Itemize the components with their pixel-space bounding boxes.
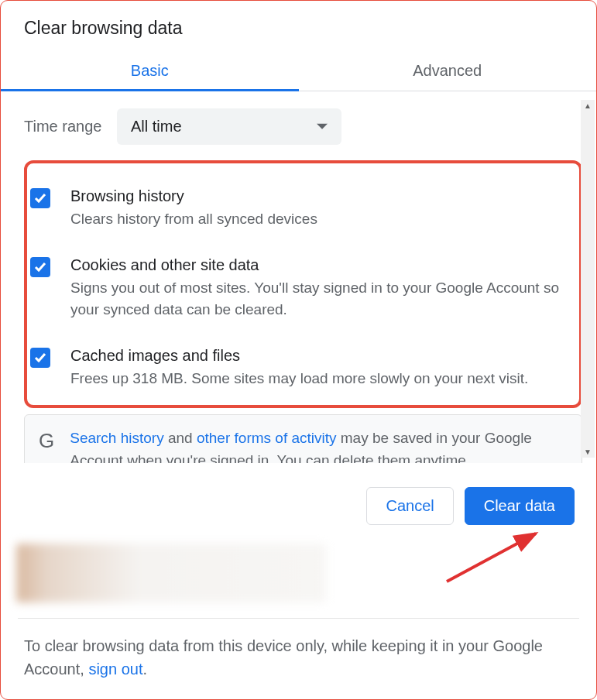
scroll-up-icon[interactable]: ▲ <box>584 100 592 112</box>
time-range-row: Time range All time <box>24 91 582 153</box>
option-title: Cached images and files <box>70 345 528 366</box>
checkbox-cached[interactable] <box>30 348 50 368</box>
scrollbar[interactable]: ▲ ▼ <box>581 100 595 458</box>
scroll-area: Time range All time Browsing history Cle… <box>1 91 596 463</box>
sign-out-link[interactable]: sign out <box>88 661 142 678</box>
footer-note: To clear browsing data from this device … <box>1 619 596 699</box>
checkbox-browsing-history[interactable] <box>30 188 50 208</box>
tab-advanced[interactable]: Advanced <box>299 53 597 91</box>
cancel-button[interactable]: Cancel <box>366 487 453 525</box>
time-range-select[interactable]: All time <box>117 108 341 145</box>
info-text: Search history and other forms of activi… <box>70 427 568 463</box>
option-title: Browsing history <box>70 185 317 207</box>
checkmark-icon <box>34 352 46 363</box>
dialog-title: Clear browsing data <box>1 1 596 53</box>
option-browsing-history: Browsing history Clears history from all… <box>27 177 570 246</box>
annotation-highlight-box: Browsing history Clears history from all… <box>24 160 582 408</box>
obscured-content <box>16 544 326 602</box>
google-account-info: G Search history and other forms of acti… <box>24 414 582 463</box>
tab-basic[interactable]: Basic <box>1 53 299 91</box>
option-cookies: Cookies and other site data Signs you ou… <box>27 246 570 337</box>
other-activity-link[interactable]: other forms of activity <box>197 430 337 446</box>
search-history-link[interactable]: Search history <box>70 430 163 446</box>
option-desc: Signs you out of most sites. You'll stay… <box>70 277 570 321</box>
clear-data-button[interactable]: Clear data <box>465 487 575 525</box>
tabs: Basic Advanced <box>1 53 596 91</box>
option-desc: Frees up 318 MB. Some sites may load mor… <box>70 368 528 390</box>
option-cached: Cached images and files Frees up 318 MB.… <box>27 337 570 398</box>
dialog-buttons: Cancel Clear data <box>1 463 596 539</box>
option-title: Cookies and other site data <box>70 254 570 276</box>
checkmark-icon <box>34 262 46 273</box>
option-desc: Clears history from all synced devices <box>70 208 317 231</box>
time-range-value: All time <box>131 118 182 136</box>
time-range-label: Time range <box>24 118 117 136</box>
clear-browsing-data-dialog: Clear browsing data Basic Advanced Time … <box>1 1 596 699</box>
checkmark-icon <box>34 193 46 204</box>
checkbox-cookies[interactable] <box>30 257 50 277</box>
chevron-down-icon <box>317 123 328 131</box>
scroll-down-icon[interactable]: ▼ <box>584 446 592 458</box>
google-icon: G <box>39 429 54 453</box>
